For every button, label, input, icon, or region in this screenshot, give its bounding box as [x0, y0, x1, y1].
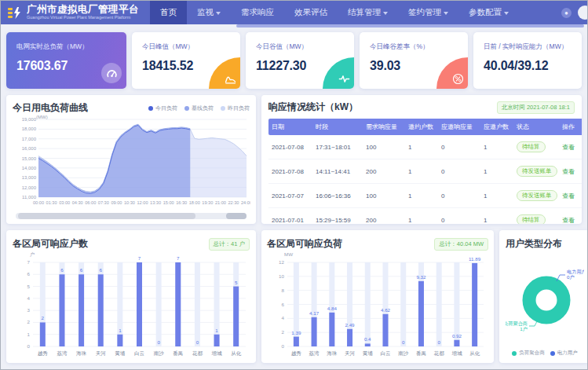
table-cell: 200 — [363, 159, 405, 184]
svg-text:12,000: 12,000 — [22, 185, 37, 190]
svg-text:6: 6 — [282, 302, 285, 307]
user-type-panel: 用户类型分布 电力用户0户负荷聚合商1户 负荷聚合商电力用户 — [499, 230, 588, 363]
view-link[interactable]: 查看 — [562, 192, 575, 200]
action-cell: 查看 — [559, 208, 582, 225]
table-row[interactable]: 2021-07-0115:29~15:59200101待结算查看 — [268, 208, 582, 225]
svg-text:16:30: 16:30 — [176, 200, 187, 205]
svg-text:海珠: 海珠 — [76, 350, 87, 357]
svg-text:13,000: 13,000 — [22, 175, 37, 180]
brand: 广州市虚拟电厂管理平台 Guangzhou Virtual Power Plan… — [1, 1, 150, 24]
dashboard: 电网实时总负荷（MW）17603.67今日峰值（MW）18415.52今日谷值（… — [1, 24, 587, 368]
svg-text:海珠: 海珠 — [327, 350, 338, 357]
column-header: 时段 — [312, 119, 363, 135]
svg-text:0: 0 — [157, 339, 160, 345]
table-cell: 100 — [363, 135, 405, 159]
gauge-icon — [101, 63, 122, 83]
svg-text:7: 7 — [177, 255, 180, 261]
table-cell: 1 — [405, 208, 438, 225]
load-curve-panel: 今日用电负荷曲线 今日负荷基线负荷昨日负荷 11,00012,00013,000… — [6, 95, 256, 224]
svg-text:7: 7 — [27, 259, 31, 265]
district-load-panel: 各区局可响应负荷 总计：40.04 MW 024681012MW1.39越秀4.… — [261, 230, 494, 363]
svg-text:户: 户 — [30, 251, 35, 257]
table-cell: 14:11~14:41 — [312, 159, 363, 184]
svg-text:1: 1 — [215, 328, 218, 333]
nav-item-label: 需求响应 — [241, 7, 274, 18]
beijing-time-badge: 北京时间 2021-07-08 18:1 — [497, 101, 575, 114]
response-stats-title: 响应情况统计（kW） — [268, 101, 358, 114]
svg-text:1户: 1户 — [520, 326, 528, 332]
svg-text:4.17: 4.17 — [309, 310, 320, 316]
svg-text:16,000: 16,000 — [22, 146, 37, 151]
legend-label: 负荷聚合商 — [519, 350, 545, 357]
svg-text:17,000: 17,000 — [22, 137, 37, 141]
svg-text:15:00: 15:00 — [163, 200, 174, 205]
legend-item-2[interactable]: 昨日负荷 — [221, 104, 250, 112]
svg-text:6: 6 — [80, 267, 83, 273]
nav-item-1[interactable]: 监视 — [187, 1, 231, 24]
kpi-card-1: 今日峰值（MW）18415.52 — [132, 32, 240, 89]
legend-label: 基线负荷 — [192, 104, 214, 112]
kpi-label: 今日峰值（MW） — [142, 42, 240, 52]
view-link[interactable]: 查看 — [562, 217, 575, 224]
nav-item-6[interactable]: 参数配置 — [458, 1, 519, 24]
user-type-legend-item-1[interactable]: 电力用户 — [550, 350, 578, 357]
chevron-down-icon — [444, 12, 448, 15]
table-row[interactable]: 2021-07-0814:11~14:41200101待发送账单查看 — [268, 159, 582, 184]
svg-text:MW: MW — [284, 251, 293, 257]
nav-item-3[interactable]: 效果评估 — [284, 1, 338, 24]
table-cell: 15:29~15:59 — [312, 208, 363, 225]
table-cell: 1 — [405, 159, 438, 184]
svg-text:番禺: 番禺 — [173, 350, 183, 357]
legend-item-0[interactable]: 今日负荷 — [148, 104, 177, 112]
svg-text:番禺: 番禺 — [416, 350, 426, 357]
column-header: 状态 — [513, 119, 559, 135]
svg-text:0: 0 — [437, 339, 440, 345]
chart-zoom-cap[interactable] — [226, 213, 247, 219]
nav-right: ● — [561, 1, 587, 24]
svg-text:越秀: 越秀 — [291, 350, 302, 357]
kpi-card-0: 电网实时总负荷（MW）17603.67 — [6, 32, 126, 89]
svg-text:04:30: 04:30 — [72, 200, 83, 205]
action-cell: 查看 — [559, 184, 582, 208]
svg-text:增城: 增城 — [451, 350, 462, 357]
table-cell: 1 — [405, 135, 438, 159]
svg-text:6: 6 — [27, 271, 31, 277]
nav-item-0[interactable]: 首页 — [150, 1, 187, 24]
table-cell: 2021-07-08 — [268, 159, 312, 184]
nav-item-label: 参数配置 — [469, 7, 502, 18]
table-cell: 2021-07-07 — [268, 184, 312, 208]
table-cell: 0 — [438, 184, 480, 208]
app-window: 广州市虚拟电厂管理平台 Guangzhou Virtual Power Plan… — [0, 0, 588, 370]
svg-text:13:30: 13:30 — [150, 200, 161, 205]
svg-text:10: 10 — [279, 273, 284, 279]
table-row[interactable]: 2021-07-0817:31~18:01100101待结算查看 — [268, 135, 582, 159]
chart-zoom-track[interactable] — [16, 213, 247, 219]
action-cell: 查看 — [559, 135, 582, 159]
svg-text:1: 1 — [27, 332, 31, 337]
legend-dot-icon — [512, 351, 517, 356]
user-type-legend-item-0[interactable]: 负荷聚合商 — [512, 350, 545, 357]
district-users-total-badge: 总计：41 户 — [209, 238, 250, 251]
view-link[interactable]: 查看 — [562, 144, 575, 151]
user-type-title: 用户类型分布 — [506, 237, 584, 251]
legend-label: 今日负荷 — [155, 104, 177, 112]
svg-text:1.39: 1.39 — [291, 330, 301, 335]
nav-item-5[interactable]: 签约管理 — [398, 1, 458, 24]
svg-text:00:00: 00:00 — [33, 200, 44, 205]
nav-item-4[interactable]: 结算管理 — [338, 1, 398, 24]
nav-scrollbar[interactable] — [236, 24, 584, 27]
legend-label: 昨日负荷 — [228, 104, 250, 112]
user-icon[interactable]: ● — [561, 8, 572, 18]
table-cell: 1 — [480, 135, 513, 159]
view-link[interactable]: 查看 — [562, 168, 575, 175]
legend-item-1[interactable]: 基线负荷 — [184, 104, 214, 112]
svg-text:白云: 白云 — [381, 350, 392, 357]
svg-text:白云: 白云 — [134, 350, 145, 357]
table-row[interactable]: 2021-07-0716:06~16:36100101待发送账单查看 — [268, 184, 582, 208]
svg-text:4.62: 4.62 — [381, 307, 391, 313]
svg-text:荔湾: 荔湾 — [57, 350, 68, 357]
chart-zoom-slider[interactable] — [18, 213, 195, 219]
avatar[interactable] — [578, 5, 588, 20]
app-subtitle: Guangzhou Virtual Power Plant Management… — [27, 15, 139, 20]
nav-item-2[interactable]: 需求响应 — [231, 1, 284, 24]
